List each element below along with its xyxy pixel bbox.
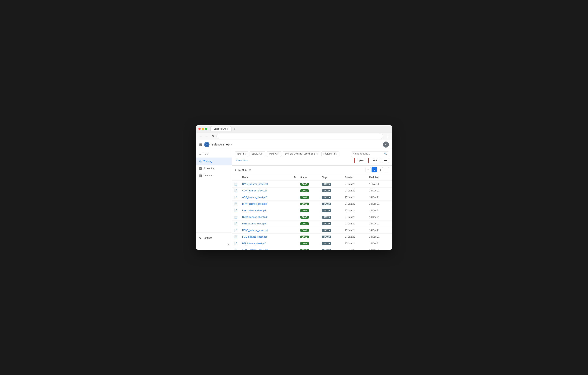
row-tag: DAX20 [320,234,343,240]
minimize-window-button[interactable] [202,128,204,130]
row-name[interactable]: BEI_balance_sheet.pdf [240,240,292,247]
row-name[interactable]: LHA_balance_sheet.pdf [240,207,292,214]
col-modified[interactable]: Modified [367,174,392,181]
user-avatar[interactable]: SU [383,142,389,148]
app-title-section[interactable]: Balance Sheet ▾ [212,143,232,146]
refresh-records-button[interactable]: ↻ [249,168,251,171]
flagged-filter-chevron-icon: ▾ [336,153,337,155]
train-button[interactable]: Train [370,158,381,163]
file-link[interactable]: CON_balance_sheet.pdf [242,189,267,192]
file-link[interactable]: DTE_balance_sheet.pdf [242,222,266,225]
home-icon: ⌂ [199,153,201,156]
file-link[interactable]: DPW_balance_sheet.pdf [242,203,267,205]
row-name[interactable]: HEN3_balance_sheet.pdf [240,227,292,234]
sidebar-item-settings[interactable]: ⚙ Settings [196,234,232,241]
file-link[interactable]: BAYN_balance_sheet.pdf [242,183,268,186]
row-name[interactable]: DTE_balance_sheet.pdf [240,221,292,227]
row-tag: DAX20 [320,181,343,188]
row-file-icon: 📄 [232,194,240,201]
file-link[interactable]: LHA_balance_sheet.pdf [242,209,266,212]
status-filter-button[interactable]: Status: All ▾ [250,151,265,156]
sidebar-item-versions[interactable]: ◫ Versions [196,172,232,179]
status-badge: DONE [300,196,309,199]
file-link[interactable]: ADS_balance_sheet.pdf [242,196,266,199]
sidebar-item-home[interactable]: ⌂ Home [196,151,232,157]
tab-area: Balance Sheet + [210,126,390,131]
row-name[interactable]: BAYN_balance_sheet.pdf [240,181,292,188]
browser-tab[interactable]: Balance Sheet [210,126,231,131]
back-button[interactable]: ← [198,134,203,139]
table-row: 📄 DTE_balance_sheet.pdf DONE DAX20 27 Ja… [232,221,392,227]
sidebar-collapse-button[interactable]: « [196,241,232,247]
sidebar-bottom: ⚙ Settings « [196,232,232,248]
pdf-icon: 📄 [234,196,237,199]
row-modified: 14 Dec 21 [367,247,392,250]
versions-icon: ◫ [199,174,202,177]
table-row: 📄 ADS_balance_sheet.pdf DONE DAX20 27 Ja… [232,194,392,201]
forward-button[interactable]: → [204,134,209,139]
type-filter-button[interactable]: Type: All ▾ [267,151,281,156]
row-name[interactable]: CON_balance_sheet.pdf [240,188,292,194]
browser-menu-button[interactable]: ⋮ [385,134,390,138]
col-name[interactable]: Name [240,174,292,181]
sort-filter-button[interactable]: Sort By: Modified (Descending) ▾ [283,151,320,156]
row-modified: 14 Dec 21 [367,240,392,247]
row-file-icon: 📄 [232,227,240,234]
flagged-filter-button[interactable]: Flagged: All ▾ [322,151,339,156]
close-window-button[interactable] [198,128,201,130]
col-status[interactable]: Status [298,174,320,181]
row-name[interactable]: ADS_balance_sheet.pdf [240,194,292,201]
row-modified: 11 Mar 22 [367,181,392,188]
sidebar-item-training[interactable]: ◎ Training [196,157,232,165]
sidebar-item-extraction[interactable]: ⬒ Extraction [196,165,232,172]
row-name[interactable]: BMW_balance_sheet.pdf [240,214,292,221]
tag-badge: DAX20 [322,196,331,199]
pdf-icon: 📄 [234,209,237,212]
pagination-page1-button[interactable]: 1 [372,167,377,172]
row-name[interactable]: 1COV_balance_sheet.pdf [240,247,292,250]
tag-badge: DAX20 [322,183,331,186]
search-input[interactable] [353,153,383,155]
refresh-button[interactable]: ↻ [210,134,215,139]
file-link[interactable]: HEN3_balance_sheet.pdf [242,229,268,232]
address-bar[interactable] [216,134,383,139]
row-tag: DAX20 [320,188,343,194]
row-name[interactable]: FME_balance_sheet.pdf [240,234,292,240]
new-tab-button[interactable]: + [233,127,237,131]
upload-button[interactable]: Upload [354,158,369,163]
file-link[interactable]: BMW_balance_sheet.pdf [242,216,267,218]
table-row: 📄 LHA_balance_sheet.pdf DONE DAX20 27 Ja… [232,207,392,214]
row-name[interactable]: DPW_balance_sheet.pdf [240,201,292,207]
pagination-page2-button[interactable]: 2 [378,167,383,172]
tag-filter-button[interactable]: Tag: All ▾ [235,151,248,156]
sort-filter-label: Sort By: Modified (Descending) [285,153,316,155]
tag-badge: DAX20 [322,209,331,212]
type-filter-label: Type: All [269,153,277,155]
row-created: 27 Jan 21 [343,221,367,227]
col-tags[interactable]: Tags [320,174,343,181]
row-modified: 14 Dec 21 [367,227,392,234]
row-file-icon: 📄 [232,214,240,221]
more-options-button[interactable]: ••• [382,158,389,163]
file-link[interactable]: FME_balance_sheet.pdf [242,236,267,238]
row-modified: 14 Dec 21 [367,201,392,207]
app-header: ⊞ Balance Sheet ▾ SU [196,140,392,149]
pdf-icon: 📄 [234,249,237,250]
app-grid-icon[interactable]: ⊞ [199,143,202,147]
settings-icon: ⚙ [199,236,202,240]
status-badge: DONE [300,249,309,250]
maximize-window-button[interactable] [205,128,207,130]
clear-filters-button[interactable]: Clear filters [235,158,249,163]
search-box: 🔍 [351,152,389,156]
file-link[interactable]: BEI_balance_sheet.pdf [242,242,266,245]
row-modified: 14 Dec 21 [367,194,392,201]
table-row: 📄 CON_balance_sheet.pdf DONE DAX20 27 Ja… [232,188,392,194]
row-flag [292,247,298,250]
file-link[interactable]: 1COV_balance_sheet.pdf [242,249,268,250]
col-created[interactable]: Created [343,174,367,181]
pagination-next-button[interactable]: › [384,167,389,172]
row-file-icon: 📄 [232,201,240,207]
pagination-prev-button[interactable]: ‹ [366,167,371,172]
pdf-icon: 📄 [234,183,237,186]
row-tag: DAX20 [320,247,343,250]
